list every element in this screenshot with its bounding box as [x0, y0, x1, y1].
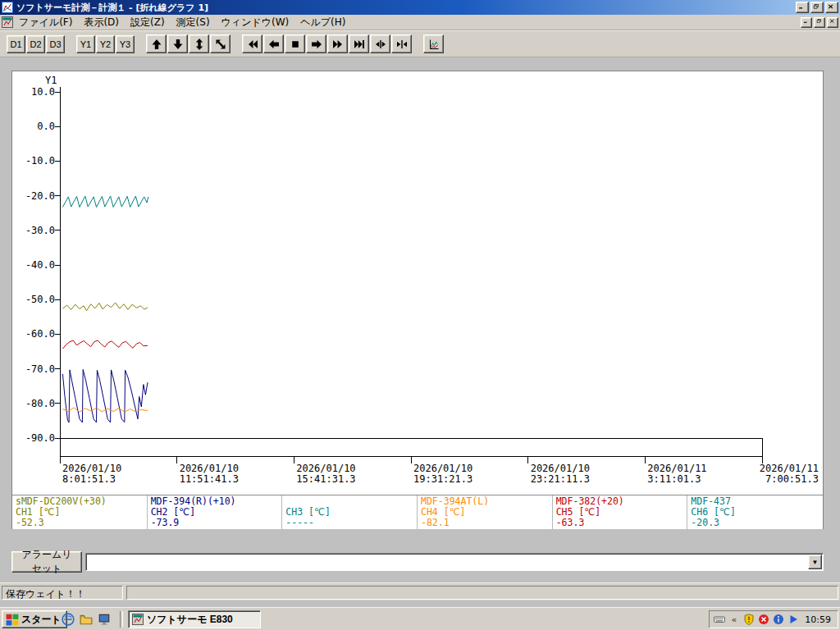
restore-button[interactable] [810, 2, 824, 13]
series-ch1 [62, 303, 148, 311]
channel-legend: sMDF-DC200V(+30)CH1 [℃]-52.3MDF-394(R)(+… [12, 495, 823, 529]
mdi-doc-icon [2, 16, 13, 28]
legend-cell-ch5[interactable]: MDF-382(+20)CH5 [℃]-63.3 [553, 495, 688, 529]
x-tick-time: 23:21:11.3 [531, 474, 590, 485]
ie-icon [62, 613, 75, 626]
toolbar-fast-forward-button[interactable] [327, 34, 348, 53]
minimize-icon [803, 19, 810, 25]
y-tick-label: -90.0 [19, 432, 55, 444]
toolbar-group-2 [146, 34, 231, 53]
step-forward-icon [311, 39, 322, 50]
alarm-combo-box[interactable]: ▼ [85, 553, 824, 571]
line-chart-canvas [12, 71, 824, 495]
arrow-diagonal-icon [215, 39, 226, 50]
restore-icon [813, 4, 821, 11]
child-restore-button[interactable] [814, 17, 825, 28]
legend-channel-value: -82.1 [421, 518, 549, 528]
menu-window[interactable]: ウィンドウ(W) [216, 15, 295, 30]
y-tick-label: -50.0 [19, 294, 55, 305]
toolbar-collapse-h-button[interactable] [391, 34, 412, 53]
menu-measure[interactable]: 測定(S) [171, 15, 216, 30]
arrow-down-icon [172, 39, 184, 50]
combo-dropdown-button[interactable]: ▼ [808, 555, 822, 569]
start-button[interactable]: スタート [2, 610, 67, 628]
task-button-label: ソフトサーモ E830 [147, 613, 233, 627]
toolbar-line-graph-button[interactable] [423, 34, 444, 53]
legend-cell-ch6[interactable]: MDF-437CH6 [℃]-20.3 [687, 495, 823, 529]
close-button[interactable] [825, 2, 838, 13]
menu-view[interactable]: 表示(D) [78, 15, 125, 30]
toolbar-y1-button[interactable]: Y1 [76, 35, 95, 53]
quicklaunch-ie-button[interactable] [61, 612, 75, 627]
toolbar-group-0: D1D2D3 [7, 35, 66, 53]
quicklaunch-folder-button[interactable] [79, 612, 94, 627]
menu-settings[interactable]: 設定(Z) [125, 15, 171, 30]
legend-channel-value: -73.9 [151, 518, 279, 528]
alert-red-icon [758, 614, 769, 625]
legend-cell-ch3[interactable]: CH3 [℃]----- [282, 495, 418, 529]
stop-icon [290, 39, 301, 50]
y-tick-label: -30.0 [19, 225, 55, 236]
toolbar-arrow-updown-button[interactable] [189, 34, 209, 53]
title-bar: ソフトサーモ計測－計測１ - [折れ線グラフ 1] [0, 0, 840, 15]
toolbar-y3-button[interactable]: Y3 [116, 35, 135, 53]
toolbar-arrow-up-button[interactable] [146, 34, 167, 53]
collapse-h-icon [396, 39, 408, 50]
y-tick-label: -70.0 [19, 363, 55, 375]
y-tick-label: 0.0 [19, 121, 55, 132]
legend-cell-ch4[interactable]: MDF-394AT(L)CH4 [℃]-82.1 [418, 495, 553, 529]
toolbar-d3-button[interactable]: D3 [46, 35, 65, 53]
chart-area: Y1 10.00.0-10.0-20.0-30.0-40.0-50.0-60.0… [12, 71, 823, 495]
toolbar-stop-button[interactable] [285, 34, 305, 53]
tray-chevron-button[interactable]: « [728, 614, 740, 626]
menu-items: ファイル(F)表示(D)設定(Z)測定(S)ウィンドウ(W)ヘルプ(H) [13, 15, 351, 30]
toolbar-y2-button[interactable]: Y2 [96, 35, 115, 53]
toolbar-d2-button[interactable]: D2 [26, 35, 45, 53]
document-window-icon[interactable] [2, 16, 13, 28]
toolbar-step-forward-button[interactable] [306, 34, 326, 53]
start-button-label: スタート [21, 613, 62, 627]
quicklaunch-monitor-button[interactable] [97, 612, 112, 627]
child-minimize-button[interactable] [801, 17, 812, 28]
y-tick-label: 10.0 [19, 86, 55, 98]
toolbar-skip-end-button[interactable] [349, 34, 369, 53]
toolbar-step-back-button[interactable] [263, 34, 284, 53]
tray-info-blue-icon [772, 614, 784, 626]
menu-file[interactable]: ファイル(F) [13, 15, 78, 30]
toolbar-rewind-button[interactable] [242, 34, 262, 53]
tray-clock: 10:59 [805, 614, 831, 625]
toolbar-d1-button[interactable]: D1 [7, 35, 25, 53]
status-panel-empty [126, 586, 838, 600]
minimize-button[interactable] [796, 2, 809, 13]
app-icon [2, 2, 13, 13]
x-tick-label: 2026/01/108:01:51.3 [62, 463, 121, 485]
x-tick-time: 15:41:31.3 [296, 474, 355, 485]
toolbar-arrow-diagonal-button[interactable] [210, 34, 231, 53]
x-tick-label: 2026/01/1011:51:41.3 [180, 463, 239, 485]
legend-channel-value: -20.3 [691, 518, 819, 528]
x-tick-time: 8:01:51.3 [62, 474, 121, 485]
line-graph-icon [428, 39, 440, 50]
child-close-button[interactable] [827, 17, 838, 28]
legend-channel-value: ----- [285, 518, 413, 528]
legend-cell-ch2[interactable]: MDF-394(R)(+10)CH2 [℃]-73.9 [148, 495, 283, 529]
toolbar-arrow-down-button[interactable] [167, 34, 188, 53]
toolbar-expand-h-button[interactable] [370, 34, 390, 53]
series-ch2 [62, 369, 148, 422]
x-tick-time: 7:00:51.3 [760, 474, 819, 485]
task-button-active[interactable]: ソフトサーモ E830 [128, 610, 261, 628]
tray-keyboard-icon [713, 614, 725, 626]
menu-help[interactable]: ヘルプ(H) [294, 15, 351, 30]
y-tick-label: -40.0 [19, 259, 55, 271]
tray-shield-icon [742, 614, 755, 626]
time-range-bar[interactable] [60, 439, 762, 457]
fast-forward-icon [332, 39, 344, 50]
x-tick-label: 2026/01/117:00:51.3 [760, 463, 819, 485]
step-back-icon [268, 39, 280, 50]
legend-channel-value: -52.3 [16, 518, 144, 528]
legend-cell-ch1[interactable]: sMDF-DC200V(+30)CH1 [℃]-52.3 [12, 495, 148, 529]
alarm-reset-button[interactable]: アラームリセット [11, 551, 82, 573]
expand-h-icon [375, 39, 386, 50]
keyboard-icon [714, 614, 725, 625]
minimize-icon [798, 4, 806, 11]
